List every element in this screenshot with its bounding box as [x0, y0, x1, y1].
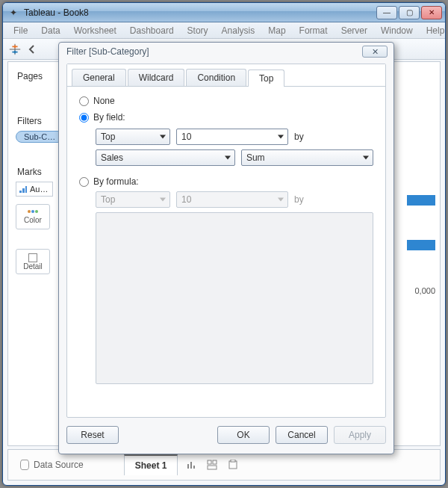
by-formula-row: Top 10 by [96, 191, 373, 208]
color-icon [28, 210, 38, 216]
dialog-footer: Reset OK Cancel Apply [66, 424, 386, 446]
tab-wildcard[interactable]: Wildcard [128, 69, 185, 86]
tab-top[interactable]: Top [248, 70, 284, 87]
svg-rect-13 [231, 460, 235, 462]
svg-rect-7 [190, 462, 192, 469]
ok-button[interactable]: OK [217, 426, 270, 444]
menu-server[interactable]: Server [335, 24, 373, 37]
by-label-2: by [294, 194, 304, 205]
new-dashboard-icon[interactable] [205, 458, 220, 472]
tableau-logo-icon [7, 42, 22, 57]
menu-window[interactable]: Window [375, 24, 419, 37]
by-field-measure-select[interactable]: Sales [96, 149, 235, 166]
new-story-icon[interactable] [225, 458, 240, 472]
radio-by-formula[interactable] [79, 177, 89, 187]
menu-dashboard[interactable]: Dashboard [124, 24, 180, 37]
datasource-icon [20, 460, 29, 470]
by-field-agg-select[interactable]: Sum [241, 149, 373, 166]
svg-rect-8 [193, 466, 195, 469]
shelf-detail-label: Detail [23, 262, 43, 271]
tab-condition[interactable]: Condition [186, 69, 246, 86]
filters-pane-label: Filters [17, 116, 42, 126]
by-formula-count-input: 10 [176, 191, 288, 208]
menu-story[interactable]: Story [181, 24, 214, 37]
tab-top-content: None By field: Top 10 by Sales Sum [67, 87, 385, 392]
by-formula-direction-select: Top [96, 191, 170, 208]
apply-button[interactable]: Apply [334, 426, 386, 444]
menu-file[interactable]: File [7, 24, 34, 37]
app-window: ✦ Tableau - Book8 — ▢ ✕ File Data Worksh… [2, 2, 446, 486]
minimize-button[interactable]: — [376, 6, 397, 19]
shelf-detail[interactable]: Detail [16, 249, 50, 274]
option-by-field[interactable]: By field: [79, 112, 373, 123]
shelf-color[interactable]: Color [16, 204, 50, 229]
svg-rect-6 [187, 464, 189, 469]
option-by-formula-label: By formula: [93, 176, 139, 187]
back-icon[interactable] [27, 44, 37, 55]
menu-data[interactable]: Data [35, 24, 66, 37]
reset-button[interactable]: Reset [66, 426, 119, 444]
by-field-count-input[interactable]: 10 [176, 129, 288, 145]
close-button[interactable]: ✕ [421, 6, 442, 19]
shelf-color-label: Color [24, 216, 42, 224]
tab-general[interactable]: General [72, 69, 126, 86]
data-source-label: Data Source [34, 460, 84, 470]
menubar: File Data Worksheet Dashboard Story Anal… [3, 22, 445, 39]
marks-type-select[interactable]: Au… [16, 182, 53, 197]
svg-rect-11 [208, 466, 217, 469]
window-title: Tableau - Book8 [24, 7, 89, 18]
filter-pill-subcategory[interactable]: Sub-C… [16, 131, 63, 143]
dialog-header: Filter [Sub-Category] ✕ [59, 43, 393, 61]
menu-map[interactable]: Map [262, 24, 291, 37]
marks-pane-label: Marks [17, 167, 42, 177]
menu-help[interactable]: Help [420, 24, 446, 37]
menu-format[interactable]: Format [293, 24, 334, 37]
by-label-1: by [294, 132, 304, 142]
by-field-row-1: Top 10 by [96, 129, 373, 145]
option-none-label: None [93, 96, 115, 106]
dialog-title: Filter [Sub-Category] [66, 46, 149, 57]
axis-tick: 0,000 [414, 286, 435, 295]
marks-type-label: Au… [30, 185, 48, 194]
menu-analysis[interactable]: Analysis [216, 24, 261, 37]
svg-rect-9 [208, 460, 211, 464]
data-source-tab[interactable]: Data Source [14, 457, 90, 473]
option-by-field-label: By field: [93, 112, 125, 123]
radio-by-field[interactable] [79, 113, 89, 123]
tableau-icon: ✦ [7, 7, 19, 19]
cancel-button[interactable]: Cancel [276, 426, 328, 444]
by-field-row-2: Sales Sum [96, 149, 373, 166]
dialog-tabstrip: General Wildcard Condition Top [67, 64, 385, 87]
dialog-body: General Wildcard Condition Top None By f… [66, 64, 386, 418]
option-by-formula[interactable]: By formula: [79, 176, 373, 187]
dialog-close-button[interactable]: ✕ [362, 46, 388, 58]
svg-rect-10 [213, 460, 217, 464]
chart-bar [407, 240, 435, 250]
formula-editor [96, 212, 373, 384]
by-field-direction-select[interactable]: Top [96, 129, 170, 145]
window-controls: — ▢ ✕ [376, 6, 445, 19]
new-worksheet-icon[interactable] [184, 458, 199, 472]
pages-pane-label: Pages [17, 71, 43, 81]
filter-dialog: Filter [Sub-Category] ✕ General Wildcard… [58, 42, 394, 454]
option-none[interactable]: None [79, 96, 373, 106]
menu-worksheet[interactable]: Worksheet [68, 24, 122, 37]
sheet-tab-1[interactable]: Sheet 1 [124, 454, 178, 475]
chart-bar [407, 195, 435, 206]
titlebar: ✦ Tableau - Book8 — ▢ ✕ [3, 3, 445, 22]
detail-icon [28, 253, 37, 262]
radio-none[interactable] [79, 96, 89, 106]
maximize-button[interactable]: ▢ [399, 6, 420, 19]
